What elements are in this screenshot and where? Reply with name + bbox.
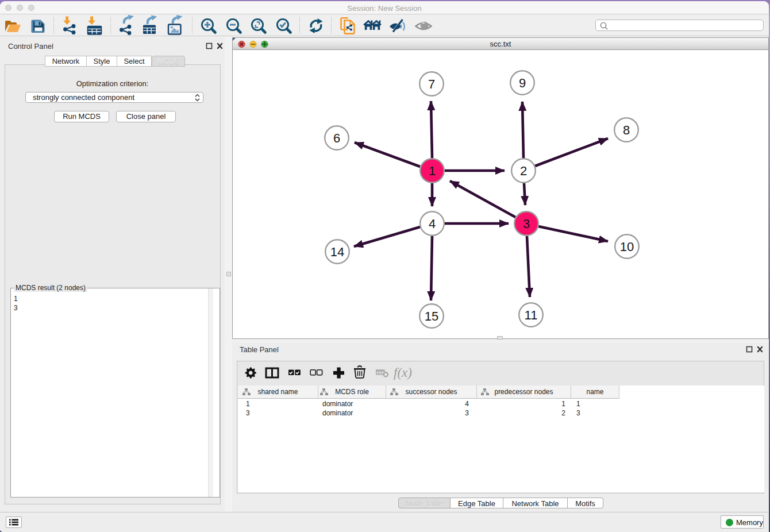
svg-text:6: 6 <box>333 131 340 145</box>
svg-text:10: 10 <box>620 240 634 254</box>
svg-text:14: 14 <box>330 245 344 259</box>
svg-text:1: 1 <box>429 164 436 178</box>
svg-text:7: 7 <box>428 77 435 91</box>
svg-text:11: 11 <box>525 308 538 322</box>
svg-text:3: 3 <box>523 217 530 231</box>
svg-text:15: 15 <box>425 309 438 323</box>
svg-text:8: 8 <box>623 123 630 137</box>
svg-text:2: 2 <box>520 164 527 178</box>
svg-text:9: 9 <box>519 76 526 90</box>
svg-text:f(x): f(x) <box>394 365 412 380</box>
svg-text:4: 4 <box>429 217 436 231</box>
